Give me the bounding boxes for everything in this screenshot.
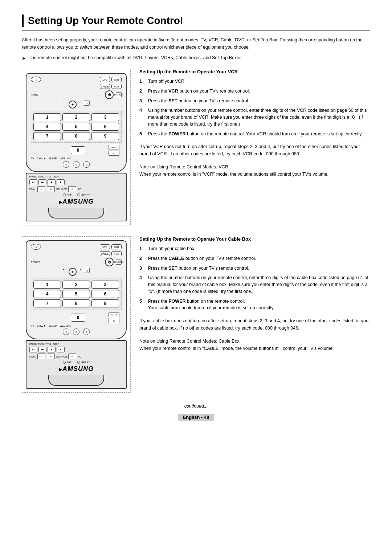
pip-btn[interactable]: ⊟ <box>47 186 55 192</box>
power-button[interactable]: ⏻ <box>105 90 114 99</box>
cable-note-text: When your remote control is in "CABLE" m… <box>139 345 370 352</box>
stb-button-2[interactable]: STB <box>111 244 122 249</box>
extra-btn-2[interactable]: ⊡ <box>84 268 90 273</box>
cable-step-1: 1 Turn off your cable box. <box>139 245 370 252</box>
media-btn-3-2[interactable]: ⏹ <box>48 347 56 352</box>
pc-label-2: PC <box>78 355 81 358</box>
btn-7[interactable]: 7 <box>33 132 61 140</box>
cable-note: Note on Using Remote Control Modes: Cabl… <box>139 338 370 352</box>
remote-handle-2 <box>48 375 105 386</box>
btn-8-2[interactable]: 8 <box>62 299 90 307</box>
pc-label: PC <box>78 188 81 191</box>
btn-3-2[interactable]: 3 <box>91 281 119 289</box>
cable-note-title: Note on Using Remote Control Modes: Cabl… <box>139 338 370 345</box>
reset-label: RESET <box>81 194 90 196</box>
btn-3[interactable]: 3 <box>91 113 119 121</box>
btn-4-2[interactable]: 4 <box>33 290 61 298</box>
dual-btn[interactable]: ⊡ <box>37 186 45 192</box>
dial-2[interactable]: ◉ <box>69 268 77 276</box>
btn-1[interactable]: 1 <box>33 113 61 121</box>
nav-btn-1-2[interactable]: ⊙ <box>63 328 69 335</box>
cable-step-5: 5 Press the POWER button on the remote c… <box>139 298 370 312</box>
cable-step-2: 2 Press the CABLE button on your TV's re… <box>139 255 370 262</box>
btn-2-2[interactable]: 2 <box>62 281 90 289</box>
media-btn-2[interactable]: ⏭ <box>38 179 46 185</box>
pre-ch-btn[interactable]: PRE-CH <box>109 145 119 150</box>
vcr-section-title: Setting Up the Remote to Operate Your VC… <box>139 69 370 74</box>
vcr-step-4: 4 Using the number buttons on your remot… <box>139 107 370 127</box>
vcr-button-2[interactable]: VCR <box>111 251 122 256</box>
remote-image-cable: TV DVD STB CABLE VCR POWER ⏻ <box>22 236 131 393</box>
cable-steps: 1 Turn off your cable box. 2 Press the C… <box>139 245 370 311</box>
power-button-2[interactable]: ⏻ <box>105 258 114 266</box>
cable-button-2[interactable]: CABLE <box>100 251 110 256</box>
btn-6-2[interactable]: 6 <box>91 290 119 298</box>
samsung-logo: AMSUNG <box>29 198 123 205</box>
media-btn-4[interactable]: ⏺ <box>57 179 65 185</box>
dots-right: ∘ <box>79 101 81 109</box>
extra-btn[interactable]: ⊡ <box>84 101 90 106</box>
btn-9[interactable]: 9 <box>91 132 119 140</box>
dvd-button-2[interactable]: DVD <box>100 244 110 249</box>
remote-bottom-2: PAUSETUNETITLEPROP ⏮ ⏭ ⏹ ⏺ DUAL ⊡ ⊟ <box>26 340 127 389</box>
zero-row-2: 0 PRE-CH ⊡ <box>31 312 122 323</box>
media-btn-4-2[interactable]: ⏺ <box>57 347 65 352</box>
dial[interactable]: ◉ <box>69 101 77 109</box>
btn-5-2[interactable]: 5 <box>62 290 90 298</box>
cable-step-4: 4 Using the number buttons on your remot… <box>139 274 370 295</box>
extra2-btn-2[interactable]: ⊡ <box>109 318 119 323</box>
remote-image-vcr: TV DVD STB CABLE VCR POWER <box>22 69 131 225</box>
remote-handle <box>48 208 105 219</box>
vcr-step-3: 3 Press the SET button on your TV's remo… <box>139 98 370 105</box>
stb-button[interactable]: STB <box>111 77 122 82</box>
remote-bottom: PAUSETUNETITLEPROP ⏮ ⏭ ⏹ ⏺ DUAL ⊡ ⊟ <box>26 173 127 221</box>
samsung-arrow-icon-2 <box>59 365 62 372</box>
source-btn2[interactable]: ⊡ <box>68 186 76 192</box>
dvd-button[interactable]: DVD <box>100 77 110 82</box>
cable-if-not-work: If your cable box does not turn on after… <box>139 317 370 332</box>
nav-btn-2-2[interactable]: ⊙ <box>73 328 79 335</box>
pre-ch-btn-2[interactable]: PRE-CH <box>109 312 119 317</box>
btn-0-2[interactable]: 0 <box>71 314 85 322</box>
cable-button[interactable]: CABLE <box>100 84 110 89</box>
media-btn-2-2[interactable]: ⏭ <box>38 347 46 352</box>
intro-text: After it has been set up properly, your … <box>22 36 370 51</box>
btn-9-2[interactable]: 9 <box>91 299 119 307</box>
page-title: Setting Up Your Remote Control <box>22 15 370 30</box>
btn-8[interactable]: 8 <box>62 132 90 140</box>
tv-button-2[interactable]: TV <box>31 244 41 250</box>
vcr-button[interactable]: VCR <box>111 84 122 89</box>
nav-btn-1[interactable]: ⊙ <box>63 161 69 168</box>
vcr-note-text: When your remote control is in "VCR" mod… <box>139 171 370 178</box>
btn-6[interactable]: 6 <box>91 123 119 131</box>
nav-btn-3-2[interactable]: ⊙ <box>83 328 90 335</box>
btn-1-2[interactable]: 1 <box>33 281 61 289</box>
bottom-area: continued... English - 48 <box>22 404 370 421</box>
btn-0[interactable]: 0 <box>71 146 85 154</box>
cable-content: Setting Up the Remote to Operate Your Ca… <box>139 236 370 352</box>
media-btn-1-2[interactable]: ⏮ <box>29 347 37 352</box>
nav-btn-3[interactable]: ⊙ <box>83 161 90 168</box>
media-btn-1[interactable]: ⏮ <box>29 179 37 185</box>
samsung-logo-2: AMSUNG <box>29 365 123 373</box>
source-button-2[interactable]: SOURCE⏎ <box>116 260 122 265</box>
nav-btn-2[interactable]: ⊙ <box>73 161 79 168</box>
extra2-btn[interactable]: ⊡ <box>109 151 119 156</box>
source-label-2: SOURCE <box>56 355 67 358</box>
btn-5[interactable]: 5 <box>62 123 90 131</box>
tv-button[interactable]: TV <box>31 77 41 82</box>
btn-7-2[interactable]: 7 <box>33 299 61 307</box>
zero-row: 0 PRE-CH ⊡ <box>31 145 122 156</box>
btn-4[interactable]: 4 <box>33 123 61 131</box>
dots-right-2: ∘ <box>79 268 81 276</box>
vcr-step-2: 2 Press the VCR button on your TV's remo… <box>139 88 370 95</box>
reset-label-2: RESET <box>81 361 90 364</box>
source-btn3[interactable]: ⊡ <box>68 354 76 359</box>
btn-2[interactable]: 2 <box>62 113 90 121</box>
dual-btn-2[interactable]: ⊡ <box>37 354 45 359</box>
media-btn-3[interactable]: ⏹ <box>48 179 56 185</box>
pip-btn-2[interactable]: ⊟ <box>47 354 55 359</box>
source-label: SOURCE <box>56 188 67 191</box>
source-button[interactable]: SOURCE⏎ <box>116 92 122 97</box>
dots-left: ∘∘ <box>63 101 66 109</box>
